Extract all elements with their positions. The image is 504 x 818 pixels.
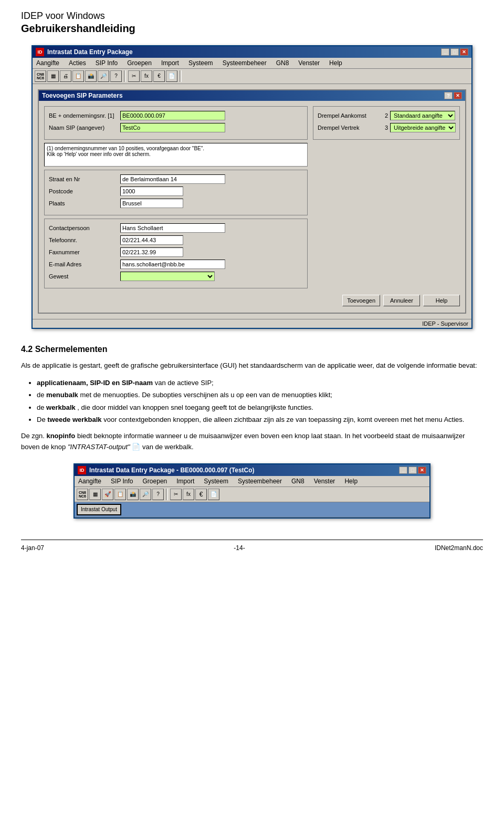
tb2-btn-6[interactable]: 🔎 [140,489,151,500]
tb-btn-9[interactable]: € [153,70,165,82]
tb2-btn-cn8[interactable]: CN8NC6 [77,489,88,500]
minimize-btn-1[interactable]: _ [441,48,449,56]
straat-input[interactable] [120,174,225,184]
menu2-help[interactable]: Help [343,477,359,485]
email-input[interactable] [120,260,225,269]
gewest-select[interactable] [120,272,215,281]
menu-acties[interactable]: Acties [67,59,88,67]
naam-input[interactable] [120,123,225,132]
minimize-btn-2[interactable]: _ [399,467,407,474]
section-para2: De zgn. knopinfo biedt beknopte informat… [21,431,483,453]
be-input[interactable] [120,111,225,120]
app-titlebar-2: ID Intrastat Data Entry Package - BE0000… [75,464,429,476]
tb-btn-6[interactable]: 🔎 [98,70,109,82]
info-text: (1) ondernemingsnummer van 10 posities, … [47,146,305,157]
tb2-btn-3[interactable]: 🚀 [102,489,113,500]
bullet-1: applicatienaam, SIP-ID en SIP-naam van d… [37,377,483,389]
plaats-label: Plaats [49,200,117,206]
plaats-input[interactable] [120,199,183,208]
menu-venster[interactable]: Venster [297,59,321,67]
menu-aangifte[interactable]: Aangifte [35,59,61,67]
bullet-4-rest: voor contextgebonden knoppen, die alleen… [103,416,464,423]
menu2-systeem[interactable]: Systeem [202,477,230,485]
menu-sip-info[interactable]: SIP Info [94,59,119,67]
menu-groepen[interactable]: Groepen [125,59,153,67]
app-title-2: Intrastat Data Entry Package - BE0000.00… [89,467,255,474]
close-btn-2[interactable]: ✕ [418,467,426,474]
menu2-groepen[interactable]: Groepen [141,477,169,485]
form-section-threshold: Drempel Aankomst 2 Standaard aangifte Dr… [313,106,460,140]
menu2-aangifte[interactable]: Aangifte [77,477,103,485]
postcode-label: Postcode [49,188,117,194]
menu-help[interactable]: Help [328,59,344,67]
tb-btn-cn8-nc6[interactable]: CN8NC6 [35,70,46,82]
drempel-vertrek-select[interactable]: Uitgebreide aangifte [390,123,456,132]
dialog-help-btn[interactable]: ? [444,92,453,99]
contact-input[interactable] [120,223,225,233]
window-controls-1: _ □ ✕ [441,48,468,56]
tb-btn-4[interactable]: 📋 [72,70,84,82]
threshold-row-aankomst: Drempel Aankomst 2 Standaard aangifte [318,111,455,120]
drempel-aankomst-select[interactable]: Standaard aangifte [390,111,455,120]
annuleer-button[interactable]: Annuleer [383,295,420,306]
app-title-1: Intrastat Data Entry Package [47,48,133,56]
tb-btn-3[interactable]: 🖨 [60,70,71,82]
bullet-1-bold: applicatienaam, SIP-ID en SIP-naam [37,379,153,387]
tb-btn-5[interactable]: 📸 [85,70,97,82]
be-label: BE + ondernemingsnr. [1] [49,112,117,119]
menu2-import[interactable]: Import [175,477,196,485]
telefoon-label: Telefoonnr. [49,237,117,243]
tb-btn-fx[interactable]: fx [141,70,152,82]
drempel-vertrek-label: Drempel Vertrek [318,125,375,131]
straat-label: Straat en Nr [49,176,117,182]
menu-systeem[interactable]: Systeem [187,59,215,67]
dialog-title: Toevoegen SIP Parameters [42,92,123,99]
tb2-btn-5[interactable]: 📸 [127,489,139,500]
help-button[interactable]: Help [423,295,460,306]
menu2-sip-info[interactable]: SIP Info [109,477,134,485]
naam-label: Naam SIP (aangever) [49,125,117,131]
menu-systeembeheer[interactable]: Systeembeheer [221,59,268,67]
tb2-btn-8[interactable]: ✂ [170,489,182,500]
dialog-close-btn[interactable]: ✕ [454,92,462,99]
info-box: (1) ondernemingsnummer van 10 posities, … [44,143,308,167]
drempel-vertrek-value: 3 [377,125,388,131]
intrastat-output-label: Intrastat Output [81,504,117,515]
form-section-contact: Contactpersoon Telefoonnr. Faxnummer [44,219,308,288]
fax-input[interactable] [120,247,183,257]
bullet-3-bold: werkbalk [46,403,76,411]
tb-btn-2[interactable]: ▦ [47,70,59,82]
tb2-btn-euro[interactable]: € [195,489,207,500]
bullet-2: de menubalk met de menuopties. De subopt… [37,389,483,401]
bullet-3-rest: , die door middel van knoppen snel toega… [77,403,313,411]
menu2-gn8[interactable]: GN8 [290,477,306,485]
menu2-systeembeheer[interactable]: Systeembeheer [236,477,284,485]
tb2-btn-fx[interactable]: fx [183,489,194,500]
tb-btn-8[interactable]: ✂ [128,70,140,82]
menu-gn8[interactable]: GN8 [275,59,291,67]
menu-import[interactable]: Import [160,59,181,67]
telefoon-input[interactable] [120,235,183,245]
maximize-btn-2[interactable]: □ [408,467,417,474]
tb-btn-10[interactable]: 📄 [166,70,177,82]
tb2-btn-7[interactable]: ? [152,489,164,500]
gewest-label: Gewest [49,273,117,279]
threshold-row-vertrek: Drempel Vertrek 3 Uitgebreide aangifte [318,123,455,132]
tb2-btn-doc[interactable]: 📄 [208,489,219,500]
tb-btn-7[interactable]: ? [110,70,122,82]
tb2-btn-4[interactable]: 📋 [114,489,126,500]
tb2-sep-1 [166,489,168,500]
fax-label: Faxnummer [49,249,117,255]
close-btn-1[interactable]: ✕ [460,48,468,56]
menu2-venster[interactable]: Venster [312,477,337,485]
dialog-window: Toevoegen SIP Parameters ? ✕ BE + ondern… [38,89,466,314]
form-section-address: Straat en Nr Postcode Plaats [44,170,308,215]
tb2-btn-2[interactable]: ▦ [89,489,101,500]
intrastat-output-btn[interactable]: Intrastat Output [77,504,121,515]
form-row-gewest: Gewest [49,272,303,281]
toevoegen-button[interactable]: Toevoegen [342,295,380,306]
tb-sep-1 [124,70,126,82]
postcode-input[interactable] [120,187,183,196]
maximize-btn-1[interactable]: □ [450,48,459,56]
form-row-telefoon: Telefoonnr. [49,235,303,245]
